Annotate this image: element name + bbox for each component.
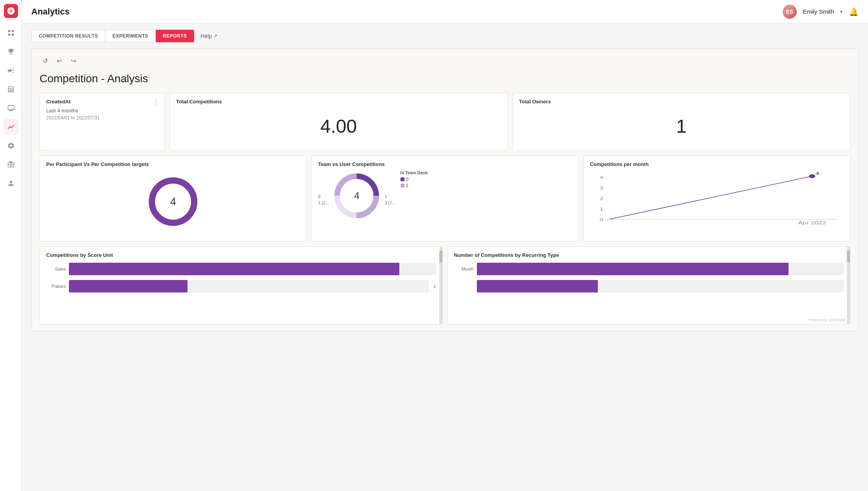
app-logo[interactable] xyxy=(4,4,18,18)
bar-value-praises: 1 xyxy=(433,284,436,289)
filter-widget-title: CreatedAt xyxy=(46,99,158,105)
bar-track-praises xyxy=(69,280,429,292)
recurring-type-scrollbar[interactable] xyxy=(847,247,850,324)
legend-label-0: 0 xyxy=(406,177,409,182)
sidebar-item-chart[interactable] xyxy=(3,119,19,135)
filter-widget: CreatedAt ⋮ Last 4 months 2022/04/01 to … xyxy=(40,93,165,151)
redo-button[interactable]: ↪ xyxy=(68,55,79,66)
total-competitions-widget: Total Competitions 4.00 xyxy=(170,93,508,151)
sidebar xyxy=(0,0,22,491)
filter-label: Last 4 months xyxy=(46,108,158,114)
team-vs-user-title: Team vs User Competitions xyxy=(318,161,572,167)
bar-label-praises: Praises xyxy=(46,284,66,289)
legend-container: Is Team Dash 0 1 xyxy=(401,170,428,189)
bar-label-sales: Sales xyxy=(46,267,66,271)
widgets-bottom-row: Competitions by Score Unit Sales Praises xyxy=(40,246,850,325)
by-score-unit-title: Competitions by Score Unit xyxy=(46,252,436,258)
sidebar-item-monitor[interactable] xyxy=(3,100,19,116)
by-score-unit-widget: Competitions by Score Unit Sales Praises xyxy=(40,246,443,325)
line-chart-area: 0 1 2 3 4 4 xyxy=(590,170,844,225)
donut-right-annotations: 1 3 (7... xyxy=(384,194,395,205)
legend-label-1: 1 xyxy=(406,183,409,188)
bar-row-praises: Praises 1 xyxy=(46,280,436,292)
recurring-type-scrollbar-thumb[interactable] xyxy=(847,251,850,262)
header: Analytics ES Emily Smith ▾ 🔔 xyxy=(22,0,868,23)
total-owners-widget: Total Owners 1 xyxy=(512,93,851,151)
tab-competition-results[interactable]: COMPETITION RESULTS xyxy=(31,30,105,42)
sidebar-item-megaphone[interactable] xyxy=(3,63,19,78)
dashboard-title: Competition - Analysis xyxy=(40,72,850,85)
score-unit-scrollbar[interactable] xyxy=(439,247,442,324)
by-score-unit-chart: Sales Praises 1 xyxy=(46,263,436,292)
help-link[interactable]: Help ↗ xyxy=(200,33,217,39)
refresh-button[interactable]: ↺ xyxy=(40,55,51,66)
bar-row-recurring-2 xyxy=(454,280,844,292)
line-chart-svg: 0 1 2 3 4 4 xyxy=(590,170,844,225)
legend-item-0: 0 xyxy=(401,177,428,182)
svg-text:Apr 2022: Apr 2022 xyxy=(798,220,826,225)
per-participant-chart: 4 xyxy=(46,170,300,233)
total-owners-title: Total Owners xyxy=(519,99,844,105)
panel-toolbar: ↺ ↩ ↪ xyxy=(40,55,850,66)
per-participant-value: 4 xyxy=(170,195,176,208)
svg-text:4: 4 xyxy=(599,175,603,180)
tab-reports[interactable]: REPORTS xyxy=(156,30,195,42)
bar-fill-sales xyxy=(69,263,399,275)
bar-row-sales: Sales xyxy=(46,263,436,275)
by-recurring-type-chart: Month xyxy=(454,263,844,292)
legend-title: Is Team Dash xyxy=(401,170,428,175)
legend-item-1: 1 xyxy=(401,183,428,188)
bar-row-month: Month xyxy=(454,263,844,275)
sidebar-item-settings[interactable] xyxy=(3,138,19,153)
user-name: Emily Smith xyxy=(803,8,834,15)
bar-label-month: Month xyxy=(454,267,474,271)
header-right: ES Emily Smith ▾ 🔔 xyxy=(783,5,859,19)
team-vs-user-value: 4 xyxy=(354,190,359,201)
content-area: COMPETITION RESULTS EXPERIMENTS REPORTS … xyxy=(22,23,868,491)
bar-track-recurring-2 xyxy=(477,280,844,292)
notification-bell-icon[interactable]: 🔔 xyxy=(849,7,859,16)
sidebar-item-gift[interactable] xyxy=(3,157,19,172)
competitions-per-month-title: Competitions per month xyxy=(590,161,844,167)
page-title: Analytics xyxy=(31,7,70,17)
legend-dot-0 xyxy=(401,177,404,181)
tab-experiments[interactable]: EXPERIMENTS xyxy=(105,30,156,42)
filter-date-range: 2022/04/01 to 2022/07/31 xyxy=(46,115,158,121)
per-participant-title: Per Participant Vs Per Competition targe… xyxy=(46,161,300,167)
sidebar-item-user[interactable] xyxy=(3,175,19,191)
dashboard-panel: ↺ ↩ ↪ Competition - Analysis CreatedAt ⋮… xyxy=(31,49,859,331)
tabs-bar: COMPETITION RESULTS EXPERIMENTS REPORTS … xyxy=(31,30,859,42)
competitions-per-month-widget: Competitions per month 0 1 2 3 4 xyxy=(583,155,850,242)
main-area: Analytics ES Emily Smith ▾ 🔔 COMPETITION… xyxy=(22,0,868,491)
svg-text:2: 2 xyxy=(599,196,603,201)
bar-fill-praises xyxy=(69,280,188,292)
sidebar-item-grid[interactable] xyxy=(3,25,19,41)
filter-widget-menu-button[interactable]: ⋮ xyxy=(151,97,161,107)
svg-text:0: 0 xyxy=(599,217,603,222)
widgets-top-row: CreatedAt ⋮ Last 4 months 2022/04/01 to … xyxy=(40,93,850,151)
by-recurring-type-title: Number of Competitions by Recurring Type xyxy=(454,252,844,258)
annotation-1: 1 (2... xyxy=(318,200,329,205)
bar-fill-recurring-2 xyxy=(477,280,598,292)
avatar[interactable]: ES xyxy=(783,5,797,19)
svg-text:4: 4 xyxy=(815,171,819,176)
powered-by: Powered by QuickSight xyxy=(808,316,845,323)
total-competitions-title: Total Competitions xyxy=(176,99,501,105)
annotation-2: 1 xyxy=(384,194,395,199)
team-vs-user-donut: 4 xyxy=(331,170,382,221)
svg-line-11 xyxy=(609,176,812,219)
bar-fill-month xyxy=(477,263,789,275)
undo-button[interactable]: ↩ xyxy=(54,55,65,66)
legend-dot-1 xyxy=(401,184,404,188)
score-unit-scrollbar-thumb[interactable] xyxy=(439,251,442,262)
svg-text:1: 1 xyxy=(599,207,603,211)
sidebar-item-table[interactable] xyxy=(3,81,19,97)
svg-text:3: 3 xyxy=(599,186,603,190)
total-competitions-value: 4.00 xyxy=(176,108,501,145)
chevron-down-icon[interactable]: ▾ xyxy=(840,9,843,14)
annotation-0: 0 xyxy=(318,194,329,199)
total-owners-value: 1 xyxy=(519,108,844,145)
sidebar-item-trophy[interactable] xyxy=(3,44,19,60)
donut-left-annotations: 0 1 (2... xyxy=(318,194,329,205)
bar-track-sales xyxy=(69,263,436,275)
